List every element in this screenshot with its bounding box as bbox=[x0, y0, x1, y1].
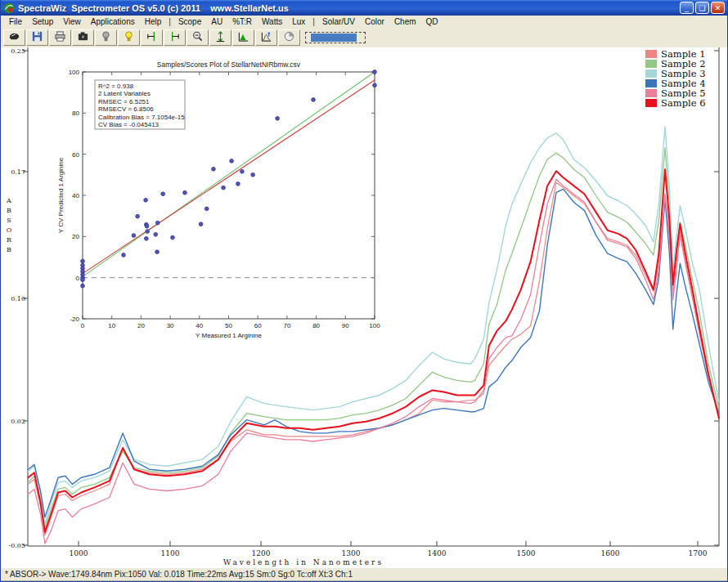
x-tick-label: 1100 bbox=[161, 549, 180, 557]
menu-item-setup[interactable]: Setup bbox=[27, 17, 58, 26]
inset-y-tick-label: 0 bbox=[76, 275, 80, 282]
scatter-point bbox=[183, 190, 187, 195]
scatter-point bbox=[240, 169, 245, 173]
toolbar-button-lamp-on[interactable] bbox=[118, 29, 140, 46]
inset-y-tick-label: -20 bbox=[70, 316, 79, 323]
toolbar-button-peak-up[interactable] bbox=[255, 29, 277, 46]
open-disk-icon bbox=[8, 30, 20, 45]
y-tick-label: 0.17 bbox=[11, 168, 25, 176]
inset-x-tick-label: 0 bbox=[81, 322, 85, 329]
legend-swatch-3 bbox=[645, 69, 657, 78]
inset-x-tick-label: 100 bbox=[369, 322, 380, 329]
toolbar-button-snapshot[interactable] bbox=[72, 29, 94, 46]
restore-button[interactable]: ❏ bbox=[695, 2, 709, 14]
inset-x-tick-label: 90 bbox=[342, 322, 349, 329]
menu-item-solar-uv[interactable]: Solar/UV bbox=[317, 17, 360, 26]
scatter-point bbox=[171, 235, 175, 240]
scatter-point bbox=[145, 224, 149, 228]
legend-swatch-6 bbox=[645, 99, 657, 107]
menu-separator: | bbox=[310, 17, 317, 26]
minimize-button[interactable]: _ bbox=[680, 2, 694, 14]
scatter-point bbox=[155, 221, 160, 225]
x-tick-label: 1200 bbox=[252, 549, 271, 557]
inset-x-tick-label: 70 bbox=[283, 322, 290, 329]
save-icon bbox=[31, 30, 43, 45]
inset-x-tick-label: 20 bbox=[137, 322, 145, 329]
menu-item-applications[interactable]: Applications bbox=[86, 17, 140, 26]
inset-x-tick-label: 10 bbox=[108, 322, 115, 329]
legend-swatch-5 bbox=[645, 89, 657, 97]
legend-swatch-1 bbox=[645, 50, 657, 58]
menu-item-view[interactable]: View bbox=[58, 17, 86, 26]
scatter-point bbox=[81, 284, 85, 288]
toolbar-button-timer[interactable] bbox=[278, 29, 300, 46]
chart-area: 0.250.170.100.02-0.051000110012001300140… bbox=[1, 47, 728, 566]
scatter-point bbox=[136, 214, 140, 218]
scatter-point bbox=[144, 198, 148, 202]
stats-box-line: RMSECV = 6.8506 bbox=[98, 105, 154, 113]
zoom-out-icon bbox=[191, 30, 204, 45]
progress-fill bbox=[311, 34, 357, 42]
scatter-point bbox=[132, 234, 136, 238]
stats-box-line: RMSEC = 6.5251 bbox=[98, 98, 150, 105]
lightbulb-on-icon bbox=[123, 30, 135, 45]
inset-x-tick-label: 50 bbox=[225, 322, 232, 329]
y-axis-label-letter: S bbox=[7, 217, 11, 224]
menu-item-lux[interactable]: Lux bbox=[287, 17, 310, 26]
menu-item--t-r[interactable]: %T:R bbox=[227, 17, 257, 26]
scatter-point bbox=[230, 159, 234, 163]
marker-right-icon bbox=[169, 30, 181, 45]
menu-item-qd[interactable]: QD bbox=[421, 17, 443, 26]
scatter-point bbox=[222, 186, 226, 190]
toolbar-button-autoscale[interactable] bbox=[209, 29, 231, 46]
scatter-point bbox=[212, 167, 216, 171]
inset-y-tick-label: 40 bbox=[72, 192, 79, 199]
toolbar-button-spectrum[interactable] bbox=[232, 29, 254, 46]
stats-box-line: 2 Latent Variables bbox=[98, 90, 151, 97]
stats-box-line: R^2 = 0.938 bbox=[98, 83, 134, 90]
app-window: SpectraWiz Spectrometer OS v5.0 (c) 2011… bbox=[0, 0, 728, 582]
inset-y-tick-label: 60 bbox=[72, 151, 79, 159]
legend-item-6: Sample 6 bbox=[645, 98, 705, 108]
scatter-point bbox=[154, 232, 158, 236]
scatter-point bbox=[312, 98, 316, 102]
toolbar-button-open[interactable] bbox=[3, 29, 25, 46]
close-button[interactable]: ✕ bbox=[711, 2, 725, 14]
toolbar-button-zoom-out[interactable] bbox=[186, 29, 209, 46]
timer-icon bbox=[283, 30, 295, 45]
toolbar-button-marker-left[interactable] bbox=[141, 29, 163, 46]
x-tick-label: 1600 bbox=[601, 549, 620, 557]
scatter-point bbox=[146, 230, 150, 234]
inset-y-axis-label: Y CV Predicted 1 Arginine bbox=[57, 157, 65, 233]
x-tick-label: 1000 bbox=[70, 549, 88, 557]
x-tick-label: 1500 bbox=[517, 549, 536, 557]
y-tick-label: -0.05 bbox=[8, 542, 25, 549]
menu-item-watts[interactable]: Watts bbox=[257, 17, 287, 26]
camera-icon bbox=[77, 30, 89, 45]
status-readout: * ABSOR-> Wave:1749.84nm Pix:1050 Val: 0… bbox=[5, 570, 353, 579]
print-icon bbox=[54, 30, 66, 45]
toolbar-button-print[interactable] bbox=[49, 29, 71, 46]
menu-item-file[interactable]: File bbox=[4, 17, 27, 26]
scatter-point bbox=[144, 236, 148, 240]
peak-up-icon bbox=[260, 30, 272, 45]
menu-separator: | bbox=[166, 17, 173, 26]
x-axis-label: Wavelength in Nanometers bbox=[223, 558, 384, 566]
inset-x-tick-label: 60 bbox=[254, 322, 262, 329]
main-spectra-chart: 0.250.170.100.02-0.051000110012001300140… bbox=[1, 47, 728, 566]
status-bar: * ABSOR-> Wave:1749.84nm Pix:1050 Val: 0… bbox=[1, 566, 727, 582]
y-axis-label-letter: B bbox=[7, 246, 11, 253]
menu-item-au[interactable]: AU bbox=[206, 17, 227, 26]
menu-item-chem[interactable]: Chem bbox=[389, 17, 421, 26]
menu-item-color[interactable]: Color bbox=[360, 17, 389, 26]
scatter-point bbox=[199, 222, 203, 226]
scatter-point bbox=[373, 70, 377, 74]
menu-item-scope[interactable]: Scope bbox=[173, 17, 206, 26]
menu-item-help[interactable]: Help bbox=[140, 17, 167, 26]
toolbar-button-save[interactable] bbox=[26, 29, 48, 46]
toolbar-button-marker-right[interactable] bbox=[164, 29, 186, 46]
toolbar-button-lamp-off[interactable] bbox=[95, 29, 117, 46]
inset-y-tick-label: 100 bbox=[69, 69, 80, 76]
stats-box-line: CV Bias = -0.045413 bbox=[98, 121, 160, 128]
scatter-point bbox=[251, 172, 255, 177]
